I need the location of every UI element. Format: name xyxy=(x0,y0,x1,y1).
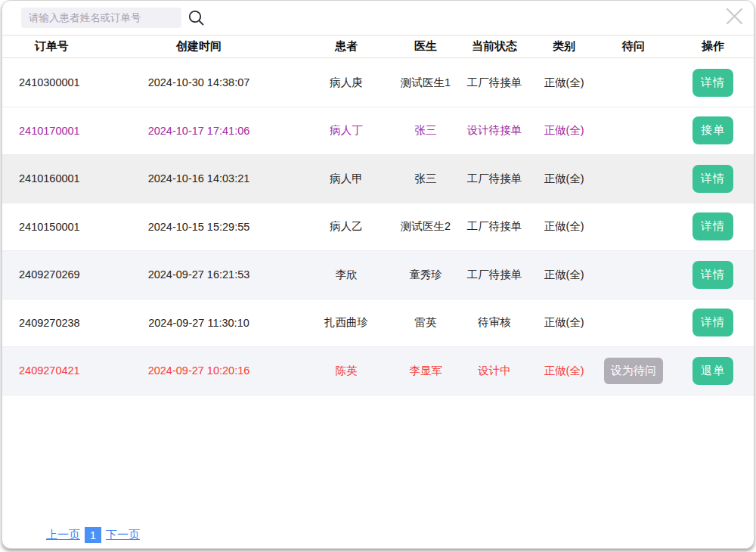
cell-action: 详情 xyxy=(672,212,754,240)
cell-status: 设计待接单 xyxy=(456,123,533,138)
cell-doctor: 张三 xyxy=(395,172,456,186)
header-status: 当前状态 xyxy=(456,39,533,54)
cell-order-no: 2410160001 xyxy=(2,172,101,185)
cell-created: 2024-10-30 14:38:07 xyxy=(101,76,297,88)
accept-order-button[interactable]: 接单 xyxy=(692,116,733,144)
cell-pending: 设为待问 xyxy=(595,358,672,384)
next-page-link[interactable]: 下一页 xyxy=(106,528,140,542)
header-patient: 患者 xyxy=(297,39,395,54)
search-input[interactable] xyxy=(21,8,181,28)
cell-order-no: 2409270269 xyxy=(2,268,101,281)
cell-action: 详情 xyxy=(672,69,754,97)
detail-button[interactable]: 详情 xyxy=(692,261,733,289)
cell-status: 工厂待接单 xyxy=(456,268,533,282)
table-row: 2409270238 2024-09-27 11:30:10 扎西曲珍 雷英 待… xyxy=(2,299,754,348)
table-row: 2410170001 2024-10-17 17:41:06 病人丁 张三 设计… xyxy=(2,107,754,156)
cell-status: 工厂待接单 xyxy=(456,219,533,234)
cell-category: 正做(全) xyxy=(533,123,595,138)
cell-order-no: 2410150001 xyxy=(2,221,101,233)
cell-action: 退单 xyxy=(672,357,754,385)
cell-created: 2024-10-17 17:41:06 xyxy=(101,125,297,137)
cell-category: 正做(全) xyxy=(533,364,595,378)
cell-action: 详情 xyxy=(672,165,754,193)
cell-doctor: 测试医生1 xyxy=(395,76,456,90)
cell-doctor: 李显军 xyxy=(395,364,456,378)
cell-category: 正做(全) xyxy=(533,268,595,282)
cell-status: 工厂待接单 xyxy=(456,172,533,186)
search-bar xyxy=(21,8,206,28)
table-header-row: 订单号 创建时间 患者 医生 当前状态 类别 待问 操作 xyxy=(2,35,754,58)
cell-status: 工厂待接单 xyxy=(456,76,533,90)
cell-doctor: 测试医生2 xyxy=(395,219,456,234)
header-order-no: 订单号 xyxy=(2,39,101,54)
search-icon[interactable] xyxy=(187,8,206,27)
current-page-indicator[interactable]: 1 xyxy=(85,527,101,543)
cell-order-no: 2410170001 xyxy=(2,125,101,137)
cell-patient: 李欣 xyxy=(297,268,395,282)
cell-doctor: 童秀珍 xyxy=(395,268,456,282)
header-pending: 待问 xyxy=(595,39,672,54)
header-doctor: 医生 xyxy=(395,39,456,54)
cell-status: 设计中 xyxy=(456,364,533,378)
cell-order-no: 2409270238 xyxy=(2,317,101,329)
table-row: 2409270269 2024-09-27 16:21:53 李欣 童秀珍 工厂… xyxy=(2,251,754,299)
cell-created: 2024-09-27 10:20:16 xyxy=(101,364,297,377)
close-icon[interactable] xyxy=(720,2,748,29)
table-body: 2410300001 2024-10-30 14:38:07 病人庚 测试医生1… xyxy=(2,59,754,395)
cell-created: 2024-09-27 11:30:10 xyxy=(101,317,297,329)
cell-patient: 病人丁 xyxy=(297,123,395,138)
cell-created: 2024-09-27 16:21:53 xyxy=(101,268,297,281)
table-row: 2409270421 2024-09-27 10:20:16 陈英 李显军 设计… xyxy=(2,347,754,395)
cell-order-no: 2409270421 xyxy=(2,364,101,377)
pagination: 上一页 1 下一页 xyxy=(46,527,140,543)
cell-status: 待审核 xyxy=(456,315,533,330)
table-row: 2410160001 2024-10-16 14:03:21 病人甲 张三 工厂… xyxy=(2,155,754,203)
cell-action: 详情 xyxy=(672,309,754,336)
detail-button[interactable]: 详情 xyxy=(692,165,733,193)
header-action: 操作 xyxy=(672,39,754,54)
order-list-dialog: 订单号 创建时间 患者 医生 当前状态 类别 待问 操作 2410300001 … xyxy=(2,0,754,549)
set-pending-button[interactable]: 设为待问 xyxy=(604,358,663,384)
header-created: 创建时间 xyxy=(101,39,297,54)
table-row: 2410150001 2024-10-15 15:29:55 病人乙 测试医生2… xyxy=(2,203,754,252)
cell-order-no: 2410300001 xyxy=(2,76,101,88)
prev-page-link[interactable]: 上一页 xyxy=(46,528,80,542)
cell-patient: 扎西曲珍 xyxy=(297,315,395,330)
cell-category: 正做(全) xyxy=(533,76,595,90)
cell-doctor: 张三 xyxy=(395,123,456,138)
cell-created: 2024-10-16 14:03:21 xyxy=(101,172,297,185)
detail-button[interactable]: 详情 xyxy=(692,212,733,240)
cell-patient: 病人甲 xyxy=(297,172,395,186)
return-order-button[interactable]: 退单 xyxy=(692,357,733,385)
detail-button[interactable]: 详情 xyxy=(692,309,733,336)
table-row: 2410300001 2024-10-30 14:38:07 病人庚 测试医生1… xyxy=(2,59,754,107)
cell-doctor: 雷英 xyxy=(395,315,456,330)
detail-button[interactable]: 详情 xyxy=(692,69,733,97)
cell-category: 正做(全) xyxy=(533,219,595,234)
cell-category: 正做(全) xyxy=(533,172,595,186)
cell-action: 接单 xyxy=(672,116,754,144)
cell-created: 2024-10-15 15:29:55 xyxy=(101,221,297,233)
cell-category: 正做(全) xyxy=(533,315,595,330)
cell-action: 详情 xyxy=(672,261,754,289)
cell-patient: 病人庚 xyxy=(297,76,395,90)
cell-patient: 陈英 xyxy=(297,364,395,378)
header-category: 类别 xyxy=(533,39,595,54)
cell-patient: 病人乙 xyxy=(297,219,395,234)
